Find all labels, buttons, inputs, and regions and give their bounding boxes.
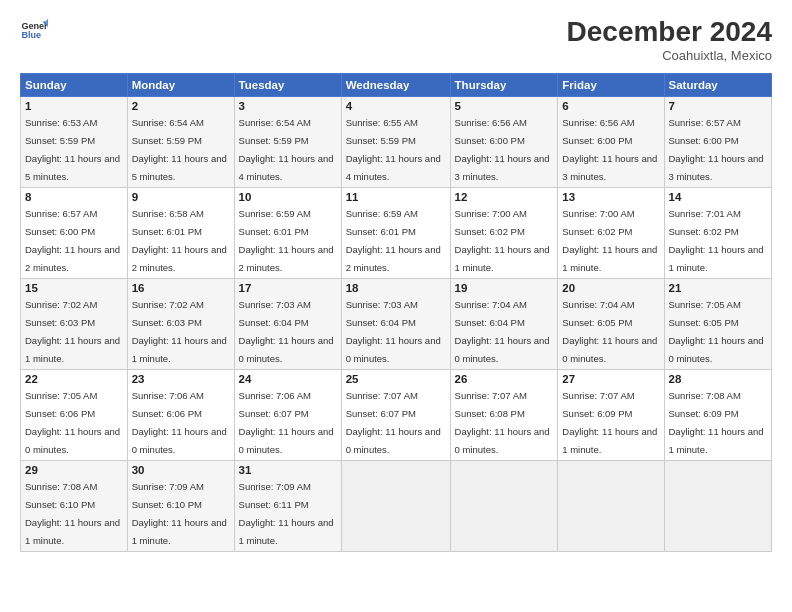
day-number: 27 xyxy=(562,373,659,385)
day-info: Sunrise: 7:00 AM Sunset: 6:02 PM Dayligh… xyxy=(562,208,657,273)
general-blue-icon: General Blue xyxy=(20,16,48,44)
calendar-week-row: 22Sunrise: 7:05 AM Sunset: 6:06 PM Dayli… xyxy=(21,370,772,461)
table-row: 23Sunrise: 7:06 AM Sunset: 6:06 PM Dayli… xyxy=(127,370,234,461)
col-friday: Friday xyxy=(558,74,664,97)
day-number: 24 xyxy=(239,373,337,385)
table-row: 30Sunrise: 7:09 AM Sunset: 6:10 PM Dayli… xyxy=(127,461,234,552)
day-number: 14 xyxy=(669,191,768,203)
day-number: 10 xyxy=(239,191,337,203)
page: General Blue December 2024 Coahuixtla, M… xyxy=(0,0,792,612)
day-number: 11 xyxy=(346,191,446,203)
day-number: 6 xyxy=(562,100,659,112)
day-info: Sunrise: 7:03 AM Sunset: 6:04 PM Dayligh… xyxy=(346,299,441,364)
table-row: 9Sunrise: 6:58 AM Sunset: 6:01 PM Daylig… xyxy=(127,188,234,279)
table-row: 7Sunrise: 6:57 AM Sunset: 6:00 PM Daylig… xyxy=(664,97,772,188)
table-row: 11Sunrise: 6:59 AM Sunset: 6:01 PM Dayli… xyxy=(341,188,450,279)
table-row: 20Sunrise: 7:04 AM Sunset: 6:05 PM Dayli… xyxy=(558,279,664,370)
table-row: 15Sunrise: 7:02 AM Sunset: 6:03 PM Dayli… xyxy=(21,279,128,370)
day-number: 9 xyxy=(132,191,230,203)
table-row xyxy=(558,461,664,552)
table-row: 22Sunrise: 7:05 AM Sunset: 6:06 PM Dayli… xyxy=(21,370,128,461)
day-number: 7 xyxy=(669,100,768,112)
day-number: 2 xyxy=(132,100,230,112)
calendar-table: Sunday Monday Tuesday Wednesday Thursday… xyxy=(20,73,772,552)
table-row: 13Sunrise: 7:00 AM Sunset: 6:02 PM Dayli… xyxy=(558,188,664,279)
calendar-week-row: 1Sunrise: 6:53 AM Sunset: 5:59 PM Daylig… xyxy=(21,97,772,188)
day-info: Sunrise: 7:00 AM Sunset: 6:02 PM Dayligh… xyxy=(455,208,550,273)
day-number: 31 xyxy=(239,464,337,476)
day-info: Sunrise: 7:04 AM Sunset: 6:04 PM Dayligh… xyxy=(455,299,550,364)
table-row: 10Sunrise: 6:59 AM Sunset: 6:01 PM Dayli… xyxy=(234,188,341,279)
table-row xyxy=(664,461,772,552)
day-number: 4 xyxy=(346,100,446,112)
day-info: Sunrise: 7:02 AM Sunset: 6:03 PM Dayligh… xyxy=(132,299,227,364)
day-info: Sunrise: 6:59 AM Sunset: 6:01 PM Dayligh… xyxy=(346,208,441,273)
day-info: Sunrise: 6:56 AM Sunset: 6:00 PM Dayligh… xyxy=(562,117,657,182)
day-number: 28 xyxy=(669,373,768,385)
day-info: Sunrise: 6:54 AM Sunset: 5:59 PM Dayligh… xyxy=(239,117,334,182)
day-info: Sunrise: 7:07 AM Sunset: 6:09 PM Dayligh… xyxy=(562,390,657,455)
table-row: 17Sunrise: 7:03 AM Sunset: 6:04 PM Dayli… xyxy=(234,279,341,370)
calendar-week-row: 29Sunrise: 7:08 AM Sunset: 6:10 PM Dayli… xyxy=(21,461,772,552)
day-number: 19 xyxy=(455,282,554,294)
table-row: 12Sunrise: 7:00 AM Sunset: 6:02 PM Dayli… xyxy=(450,188,558,279)
day-info: Sunrise: 6:54 AM Sunset: 5:59 PM Dayligh… xyxy=(132,117,227,182)
day-info: Sunrise: 7:06 AM Sunset: 6:07 PM Dayligh… xyxy=(239,390,334,455)
table-row: 28Sunrise: 7:08 AM Sunset: 6:09 PM Dayli… xyxy=(664,370,772,461)
table-row: 16Sunrise: 7:02 AM Sunset: 6:03 PM Dayli… xyxy=(127,279,234,370)
day-number: 22 xyxy=(25,373,123,385)
calendar-header-row: Sunday Monday Tuesday Wednesday Thursday… xyxy=(21,74,772,97)
table-row: 4Sunrise: 6:55 AM Sunset: 5:59 PM Daylig… xyxy=(341,97,450,188)
day-number: 30 xyxy=(132,464,230,476)
table-row xyxy=(450,461,558,552)
day-number: 8 xyxy=(25,191,123,203)
day-info: Sunrise: 7:09 AM Sunset: 6:10 PM Dayligh… xyxy=(132,481,227,546)
col-sunday: Sunday xyxy=(21,74,128,97)
header: General Blue December 2024 Coahuixtla, M… xyxy=(20,16,772,63)
table-row: 1Sunrise: 6:53 AM Sunset: 5:59 PM Daylig… xyxy=(21,97,128,188)
day-info: Sunrise: 7:05 AM Sunset: 6:06 PM Dayligh… xyxy=(25,390,120,455)
day-number: 13 xyxy=(562,191,659,203)
day-info: Sunrise: 7:07 AM Sunset: 6:07 PM Dayligh… xyxy=(346,390,441,455)
table-row: 29Sunrise: 7:08 AM Sunset: 6:10 PM Dayli… xyxy=(21,461,128,552)
svg-text:Blue: Blue xyxy=(21,30,41,40)
table-row: 25Sunrise: 7:07 AM Sunset: 6:07 PM Dayli… xyxy=(341,370,450,461)
table-row: 14Sunrise: 7:01 AM Sunset: 6:02 PM Dayli… xyxy=(664,188,772,279)
col-tuesday: Tuesday xyxy=(234,74,341,97)
day-number: 20 xyxy=(562,282,659,294)
day-info: Sunrise: 7:06 AM Sunset: 6:06 PM Dayligh… xyxy=(132,390,227,455)
table-row: 2Sunrise: 6:54 AM Sunset: 5:59 PM Daylig… xyxy=(127,97,234,188)
table-row: 8Sunrise: 6:57 AM Sunset: 6:00 PM Daylig… xyxy=(21,188,128,279)
table-row: 6Sunrise: 6:56 AM Sunset: 6:00 PM Daylig… xyxy=(558,97,664,188)
table-row: 24Sunrise: 7:06 AM Sunset: 6:07 PM Dayli… xyxy=(234,370,341,461)
day-number: 1 xyxy=(25,100,123,112)
table-row: 21Sunrise: 7:05 AM Sunset: 6:05 PM Dayli… xyxy=(664,279,772,370)
day-number: 12 xyxy=(455,191,554,203)
table-row xyxy=(341,461,450,552)
day-info: Sunrise: 7:08 AM Sunset: 6:09 PM Dayligh… xyxy=(669,390,764,455)
day-number: 29 xyxy=(25,464,123,476)
month-title: December 2024 xyxy=(567,16,772,48)
table-row: 19Sunrise: 7:04 AM Sunset: 6:04 PM Dayli… xyxy=(450,279,558,370)
day-info: Sunrise: 7:02 AM Sunset: 6:03 PM Dayligh… xyxy=(25,299,120,364)
table-row: 26Sunrise: 7:07 AM Sunset: 6:08 PM Dayli… xyxy=(450,370,558,461)
day-number: 17 xyxy=(239,282,337,294)
day-number: 21 xyxy=(669,282,768,294)
day-number: 3 xyxy=(239,100,337,112)
day-number: 5 xyxy=(455,100,554,112)
day-info: Sunrise: 7:09 AM Sunset: 6:11 PM Dayligh… xyxy=(239,481,334,546)
day-info: Sunrise: 7:08 AM Sunset: 6:10 PM Dayligh… xyxy=(25,481,120,546)
col-wednesday: Wednesday xyxy=(341,74,450,97)
day-info: Sunrise: 7:07 AM Sunset: 6:08 PM Dayligh… xyxy=(455,390,550,455)
day-info: Sunrise: 6:59 AM Sunset: 6:01 PM Dayligh… xyxy=(239,208,334,273)
day-info: Sunrise: 6:57 AM Sunset: 6:00 PM Dayligh… xyxy=(669,117,764,182)
table-row: 27Sunrise: 7:07 AM Sunset: 6:09 PM Dayli… xyxy=(558,370,664,461)
day-info: Sunrise: 6:56 AM Sunset: 6:00 PM Dayligh… xyxy=(455,117,550,182)
col-thursday: Thursday xyxy=(450,74,558,97)
col-monday: Monday xyxy=(127,74,234,97)
table-row: 31Sunrise: 7:09 AM Sunset: 6:11 PM Dayli… xyxy=(234,461,341,552)
day-number: 23 xyxy=(132,373,230,385)
title-area: December 2024 Coahuixtla, Mexico xyxy=(567,16,772,63)
calendar-week-row: 8Sunrise: 6:57 AM Sunset: 6:00 PM Daylig… xyxy=(21,188,772,279)
day-info: Sunrise: 6:58 AM Sunset: 6:01 PM Dayligh… xyxy=(132,208,227,273)
